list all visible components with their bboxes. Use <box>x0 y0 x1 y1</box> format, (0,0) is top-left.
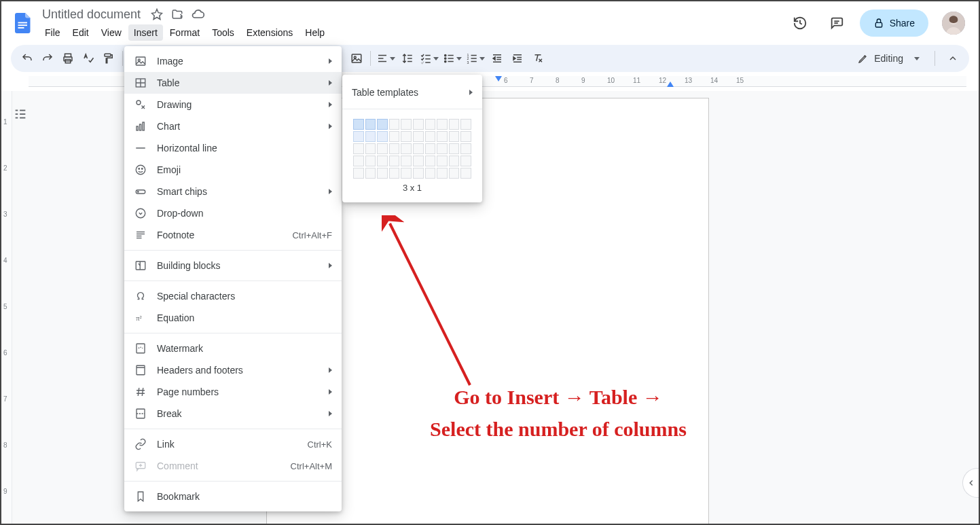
numbered-list-button[interactable]: 123 <box>465 49 486 68</box>
grid-cell[interactable] <box>353 168 364 179</box>
grid-cell[interactable] <box>449 168 460 179</box>
grid-cell[interactable] <box>389 143 400 154</box>
menu-edit[interactable]: Edit <box>67 24 94 41</box>
grid-cell[interactable] <box>425 156 436 166</box>
grid-cell[interactable] <box>377 168 388 179</box>
align-button[interactable] <box>375 49 397 68</box>
insert-link[interactable]: LinkCtrl+K <box>124 433 342 455</box>
insert-image[interactable]: Image <box>124 50 342 72</box>
grid-cell[interactable] <box>460 119 471 130</box>
grid-cell[interactable] <box>460 143 471 154</box>
grid-cell[interactable] <box>377 119 388 130</box>
grid-cell[interactable] <box>437 156 448 166</box>
decrease-indent-button[interactable] <box>488 49 507 68</box>
insert-emoji[interactable]: Emoji <box>124 159 342 181</box>
insert-equation[interactable]: π²Equation <box>124 307 342 329</box>
grid-cell[interactable] <box>449 131 460 142</box>
insert-page-numbers[interactable]: Page numbers <box>124 381 342 403</box>
grid-cell[interactable] <box>353 131 364 142</box>
grid-cell[interactable] <box>401 143 412 154</box>
menu-tools[interactable]: Tools <box>206 24 240 41</box>
grid-cell[interactable] <box>413 119 424 130</box>
grid-cell[interactable] <box>425 119 436 130</box>
grid-cell[interactable] <box>365 119 376 130</box>
insert-footnote[interactable]: FootnoteCtrl+Alt+F <box>124 224 342 246</box>
insert-image-button[interactable] <box>347 49 366 68</box>
avatar[interactable] <box>942 12 965 35</box>
undo-button[interactable] <box>18 49 37 68</box>
insert-drop-down[interactable]: Drop-down <box>124 202 342 224</box>
spellcheck-button[interactable] <box>79 49 98 68</box>
grid-cell[interactable] <box>437 143 448 154</box>
grid-cell[interactable] <box>449 156 460 166</box>
grid-cell[interactable] <box>437 168 448 179</box>
redo-button[interactable] <box>38 49 57 68</box>
grid-cell[interactable] <box>413 131 424 142</box>
outline-toggle-button[interactable] <box>10 103 31 125</box>
insert-building-blocks[interactable]: Building blocks <box>124 255 342 276</box>
grid-cell[interactable] <box>401 156 412 166</box>
grid-cell[interactable] <box>460 131 471 142</box>
grid-cell[interactable] <box>401 168 412 179</box>
menu-insert[interactable]: Insert <box>128 24 163 41</box>
menu-format[interactable]: Format <box>164 24 205 41</box>
grid-cell[interactable] <box>425 143 436 154</box>
grid-cell[interactable] <box>449 143 460 154</box>
grid-cell[interactable] <box>389 168 400 179</box>
increase-indent-button[interactable] <box>508 49 527 68</box>
grid-cell[interactable] <box>425 131 436 142</box>
editing-mode-button[interactable]: Editing <box>851 50 926 67</box>
share-button[interactable]: Share <box>860 10 928 37</box>
insert-headers-and-footers[interactable]: Headers and footers <box>124 359 342 381</box>
grid-cell[interactable] <box>353 119 364 130</box>
grid-cell[interactable] <box>377 143 388 154</box>
table-templates-item[interactable]: Table templates <box>342 80 482 105</box>
insert-break[interactable]: Break <box>124 403 342 424</box>
docs-logo[interactable] <box>10 10 37 37</box>
grid-cell[interactable] <box>353 156 364 166</box>
move-icon[interactable] <box>170 7 184 21</box>
insert-bookmark[interactable]: Bookmark <box>124 486 342 507</box>
grid-cell[interactable] <box>389 119 400 130</box>
insert-special-characters[interactable]: Special characters <box>124 285 342 307</box>
paint-format-button[interactable] <box>99 49 118 68</box>
grid-cell[interactable] <box>365 168 376 179</box>
grid-cell[interactable] <box>377 156 388 166</box>
grid-cell[interactable] <box>413 168 424 179</box>
insert-chart[interactable]: Chart <box>124 115 342 137</box>
cloud-status-icon[interactable] <box>191 7 204 21</box>
grid-cell[interactable] <box>449 119 460 130</box>
grid-cell[interactable] <box>365 131 376 142</box>
star-icon[interactable] <box>150 7 164 21</box>
grid-cell[interactable] <box>437 131 448 142</box>
grid-cell[interactable] <box>365 143 376 154</box>
grid-cell[interactable] <box>401 119 412 130</box>
bulleted-list-button[interactable] <box>441 49 463 68</box>
clear-formatting-button[interactable] <box>528 49 547 68</box>
grid-cell[interactable] <box>413 143 424 154</box>
grid-cell[interactable] <box>460 156 471 166</box>
menu-extensions[interactable]: Extensions <box>241 24 298 41</box>
insert-watermark[interactable]: Watermark <box>124 338 342 359</box>
grid-cell[interactable] <box>401 131 412 142</box>
grid-cell[interactable] <box>353 143 364 154</box>
table-size-grid[interactable]: 3 x 1 <box>342 113 482 194</box>
grid-cell[interactable] <box>377 131 388 142</box>
grid-cell[interactable] <box>389 131 400 142</box>
insert-drawing[interactable]: Drawing <box>124 94 342 115</box>
insert-horizontal-line[interactable]: Horizontal line <box>124 137 342 159</box>
menu-help[interactable]: Help <box>300 24 330 41</box>
collapse-toolbar-button[interactable] <box>943 49 962 68</box>
history-icon[interactable] <box>786 10 814 37</box>
menu-view[interactable]: View <box>96 24 127 41</box>
comments-icon[interactable] <box>823 10 850 37</box>
grid-cell[interactable] <box>460 168 471 179</box>
grid-cell[interactable] <box>413 156 424 166</box>
grid-cell[interactable] <box>389 156 400 166</box>
insert-smart-chips[interactable]: Smart chips <box>124 181 342 202</box>
grid-cell[interactable] <box>437 119 448 130</box>
grid-cell[interactable] <box>365 156 376 166</box>
document-name[interactable]: Untitled document <box>39 6 143 23</box>
print-button[interactable] <box>58 49 77 68</box>
grid-cell[interactable] <box>425 168 436 179</box>
